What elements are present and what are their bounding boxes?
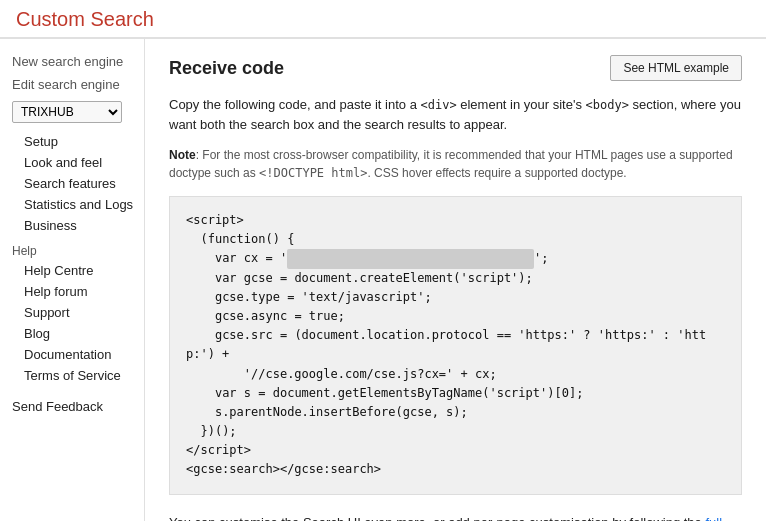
sidebar-item-new-search-engine[interactable]: New search engine [8,51,144,72]
main-title: Receive code [169,58,284,79]
sidebar-item-support[interactable]: Support [20,302,144,323]
engine-select[interactable]: TRIXHUB [12,101,122,123]
sidebar-item-help-centre[interactable]: Help Centre [20,260,144,281]
sidebar-item-statistics-and-logs[interactable]: Statistics and Logs [20,194,144,215]
sidebar-item-blog[interactable]: Blog [20,323,144,344]
main-header-row: Receive code See HTML example [169,55,742,81]
main-note: Note: For the most cross-browser compati… [169,146,742,182]
sidebar-item-help-forum[interactable]: Help forum [20,281,144,302]
sidebar-item-edit-search-engine[interactable]: Edit search engine [8,74,144,95]
sidebar-item-send-feedback[interactable]: Send Feedback [8,396,144,417]
sidebar-item-business[interactable]: Business [20,215,144,236]
footer-text: You can customise the Search UI even mor… [169,513,742,521]
sidebar-subitems: Setup Look and feel Search features Stat… [8,131,144,236]
engine-dropdown-wrap: TRIXHUB [12,101,140,123]
main-description: Copy the following code, and paste it in… [169,95,742,134]
sidebar-item-look-and-feel[interactable]: Look and feel [20,152,144,173]
sidebar-item-documentation[interactable]: Documentation [20,344,144,365]
sidebar-item-setup[interactable]: Setup [20,131,144,152]
cx-value [287,249,534,268]
sidebar: New search engine Edit search engine TRI… [0,39,145,521]
footer-prefix: You can customise the Search UI even mor… [169,515,705,521]
see-html-example-button[interactable]: See HTML example [610,55,742,81]
app-title: Custom Search [16,8,750,31]
sidebar-item-terms-of-service[interactable]: Terms of Service [20,365,144,386]
sidebar-item-search-features[interactable]: Search features [20,173,144,194]
sidebar-help-items: Help Centre Help forum Support Blog Docu… [8,260,144,386]
sidebar-help-title: Help [8,236,144,260]
code-block: <script> (function() { var cx = ' '; var… [169,196,742,495]
main-content: Receive code See HTML example Copy the f… [145,39,766,521]
app-header: Custom Search [0,0,766,38]
